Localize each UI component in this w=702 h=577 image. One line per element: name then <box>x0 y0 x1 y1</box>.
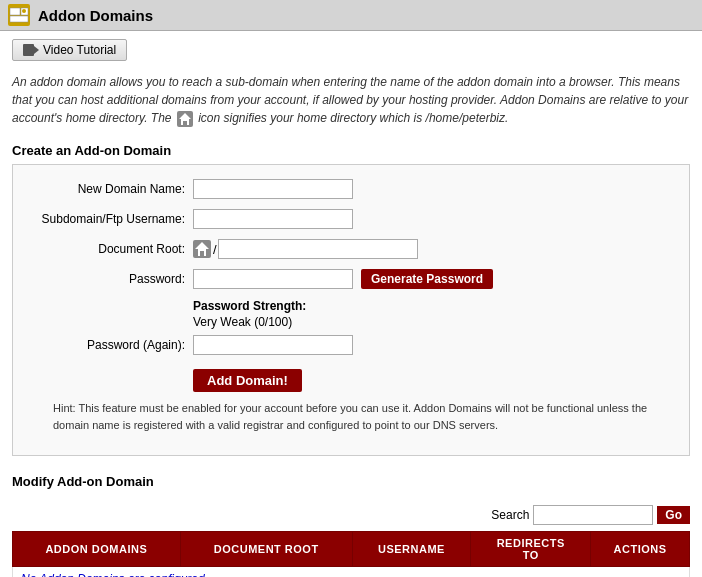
col-redirects-to: RedirectsTo <box>471 532 591 567</box>
password-row: Password: Generate Password <box>33 269 669 289</box>
page-header: Addon Domains <box>0 0 702 31</box>
doc-root-slash: / <box>213 242 217 257</box>
video-tutorial-label: Video Tutorial <box>43 43 116 57</box>
search-label: Search <box>491 508 529 522</box>
table-body: No Addon Domains are configured. <box>13 567 690 578</box>
home-icon-doc-root <box>193 240 211 258</box>
new-domain-row: New Domain Name: <box>33 179 669 199</box>
table-row-empty: No Addon Domains are configured. <box>13 567 690 578</box>
doc-root-label: Document Root: <box>33 242 193 256</box>
subdomain-input[interactable] <box>193 209 353 229</box>
subdomain-row: Subdomain/Ftp Username: <box>33 209 669 229</box>
svg-rect-5 <box>23 44 34 56</box>
col-addon-domains: Addon Domains <box>13 532 181 567</box>
addon-domains-icon <box>8 4 30 26</box>
password-again-input[interactable] <box>193 335 353 355</box>
password-strength-label: Password Strength: <box>193 299 669 313</box>
description-text2: icon signifies your home directory which… <box>198 111 508 125</box>
doc-root-wrap: / <box>193 239 418 259</box>
addon-domains-table: Addon Domains Document Root Username Red… <box>12 531 690 577</box>
doc-root-input[interactable] <box>218 239 418 259</box>
generate-password-button[interactable]: Generate Password <box>361 269 493 289</box>
password-again-label: Password (Again): <box>33 338 193 352</box>
add-domain-btn-wrap: Add Domain! <box>33 365 669 392</box>
search-row: Search Go <box>12 505 690 525</box>
password-input[interactable] <box>193 269 353 289</box>
password-input-group: Generate Password <box>193 269 493 289</box>
password-strength-value: Very Weak (0/100) <box>193 315 669 329</box>
create-section-heading: Create an Add-on Domain <box>0 137 702 164</box>
password-again-row: Password (Again): <box>33 335 669 355</box>
doc-root-row: Document Root: / <box>33 239 669 259</box>
col-username: Username <box>352 532 470 567</box>
empty-message: No Addon Domains are configured. <box>13 567 690 578</box>
go-button[interactable]: Go <box>657 506 690 524</box>
new-domain-input[interactable] <box>193 179 353 199</box>
video-icon <box>23 44 39 56</box>
table-header-row: Addon Domains Document Root Username Red… <box>13 532 690 567</box>
add-domain-button[interactable]: Add Domain! <box>193 369 302 392</box>
page-description: An addon domain allows you to reach a su… <box>0 69 702 137</box>
svg-marker-6 <box>34 46 39 54</box>
video-btn-section: Video Tutorial <box>0 31 702 69</box>
password-label: Password: <box>33 272 193 286</box>
modify-section-heading: Modify Add-on Domain <box>0 468 702 495</box>
page-title: Addon Domains <box>38 7 153 24</box>
svg-rect-3 <box>10 16 28 22</box>
home-icon-desc <box>177 111 193 127</box>
table-header: Addon Domains Document Root Username Red… <box>13 532 690 567</box>
create-form-panel: New Domain Name: Subdomain/Ftp Username:… <box>12 164 690 456</box>
svg-point-4 <box>22 9 26 13</box>
col-document-root: Document Root <box>180 532 352 567</box>
col-actions: Actions <box>591 532 690 567</box>
search-input[interactable] <box>533 505 653 525</box>
hint-text: Hint: This feature must be enabled for y… <box>33 392 669 441</box>
new-domain-label: New Domain Name: <box>33 182 193 196</box>
subdomain-label: Subdomain/Ftp Username: <box>33 212 193 226</box>
modify-section: Search Go Addon Domains Document Root Us… <box>0 505 702 577</box>
svg-rect-1 <box>10 8 20 15</box>
password-strength-block: Password Strength: Very Weak (0/100) <box>193 299 669 329</box>
video-tutorial-button[interactable]: Video Tutorial <box>12 39 127 61</box>
